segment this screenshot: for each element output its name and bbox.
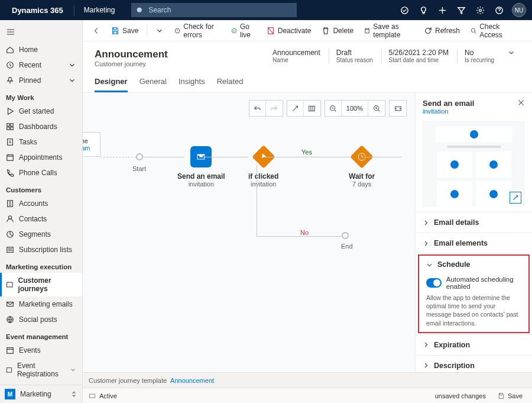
meta-recurring[interactable]: NoIs recurring xyxy=(457,49,494,63)
fit-button[interactable] xyxy=(390,101,406,116)
wait-tile[interactable]: Wait for 7 days xyxy=(349,149,375,188)
cmd-label: Delete xyxy=(333,27,353,35)
toggle-description: Allow the app to determine the optimal t… xyxy=(419,294,528,327)
redo-button[interactable] xyxy=(266,101,283,116)
map-button[interactable] xyxy=(304,101,320,116)
nav-tasks[interactable]: Tasks xyxy=(0,134,82,150)
nav-appointments[interactable]: Appointments xyxy=(0,150,82,165)
expand-preview-button[interactable] xyxy=(510,192,521,204)
undo-button[interactable] xyxy=(249,101,266,116)
check-access-button[interactable]: Check Access xyxy=(466,20,517,41)
nav-journeys[interactable]: Customer journeys xyxy=(0,273,82,296)
tab-related[interactable]: Related xyxy=(217,73,244,92)
expand-button[interactable] xyxy=(287,101,304,116)
zoom-level[interactable]: 100% xyxy=(342,101,368,116)
gear-icon[interactable] xyxy=(471,0,489,20)
nav-eventreg[interactable]: Event Registrations xyxy=(0,358,82,382)
meta-name[interactable]: AnnouncementName xyxy=(265,49,320,63)
chevron-down-icon xyxy=(70,366,76,374)
journey-canvas[interactable]: 100% of theDynam Start Send an email inv… xyxy=(83,93,415,372)
audience-node[interactable]: of theDynam xyxy=(83,132,100,157)
acc-expiration[interactable]: Expiration xyxy=(416,335,532,355)
nav-sublists[interactable]: Subscription lists xyxy=(0,242,82,257)
footer-save-label: Save xyxy=(508,392,523,399)
nav-label: Get started xyxy=(19,107,54,115)
delete-button[interactable]: Delete xyxy=(317,24,358,37)
status-active: Active xyxy=(99,392,117,399)
assistant-icon[interactable] xyxy=(395,0,414,20)
more-commands[interactable] xyxy=(518,24,527,37)
nav-recent-label: Recent xyxy=(19,61,41,69)
nav-events[interactable]: Events xyxy=(0,343,82,358)
zoom-in-button[interactable] xyxy=(368,101,385,116)
updown-icon xyxy=(70,391,77,398)
module-name[interactable]: Marketing xyxy=(79,6,120,14)
deactivate-button[interactable]: Deactivate xyxy=(262,24,316,37)
properties-panel: Send an emailinvitation Email details Em… xyxy=(415,93,532,372)
nav-pinned[interactable]: Pinned xyxy=(0,73,82,88)
chevron-down-icon xyxy=(68,61,76,69)
unsaved-indicator: unsaved changes xyxy=(435,392,486,399)
svg-point-24 xyxy=(471,28,475,32)
nav-emails[interactable]: Marketing emails xyxy=(0,296,82,312)
nav-label: Phone Calls xyxy=(19,169,57,177)
save-template-button[interactable]: Save as template xyxy=(359,20,418,41)
nav-social[interactable]: Social posts xyxy=(0,312,82,327)
save-dropdown[interactable] xyxy=(151,24,168,37)
help-icon[interactable] xyxy=(489,0,508,20)
nav-home-label: Home xyxy=(19,46,38,54)
nav-recent[interactable]: Recent xyxy=(0,57,82,73)
tab-designer[interactable]: Designer xyxy=(95,73,128,92)
plus-icon[interactable] xyxy=(433,0,452,20)
filter-icon[interactable] xyxy=(452,0,471,20)
meta-status[interactable]: DraftStatus reason xyxy=(329,49,373,63)
footer-save-button[interactable]: Save xyxy=(494,391,526,401)
refresh-button[interactable]: Refresh xyxy=(419,24,465,37)
tile-title: Send an email xyxy=(177,172,225,180)
nav-segments[interactable]: Segments xyxy=(0,227,82,242)
nav-dashboards[interactable]: Dashboards xyxy=(0,119,82,134)
nav-getstarted[interactable]: Get started xyxy=(0,104,82,119)
panel-title: Send an email xyxy=(423,99,474,108)
nav-accounts[interactable]: Accounts xyxy=(0,196,82,211)
acc-label: Email details xyxy=(434,218,479,227)
acc-schedule[interactable]: Schedule xyxy=(419,256,528,275)
nav-label: Events xyxy=(19,346,41,354)
nav-phonecalls[interactable]: Phone Calls xyxy=(0,165,82,180)
tab-general[interactable]: General xyxy=(140,73,167,92)
nav-label: Subscription lists xyxy=(19,246,72,254)
acc-email-details[interactable]: Email details xyxy=(416,212,532,233)
meta-start[interactable]: 5/26/2021 2:20 PMStart date and time xyxy=(381,49,449,63)
acc-email-elements[interactable]: Email elements xyxy=(416,233,532,253)
email-tile[interactable]: Send an email invitation xyxy=(177,146,225,188)
meta-lab: Start date and time xyxy=(389,57,449,63)
hamburger-icon[interactable] xyxy=(0,24,82,42)
toggle-label: Automated scheduling enabled xyxy=(446,276,521,290)
acc-label: Description xyxy=(434,362,475,370)
nav-contacts[interactable]: Contacts xyxy=(0,211,82,227)
global-search[interactable] xyxy=(131,3,297,17)
svg-rect-15 xyxy=(7,282,12,287)
condition-tile[interactable]: if clicked invitation xyxy=(248,149,278,188)
meta-val: Announcement xyxy=(273,49,320,57)
golive-button[interactable]: Go live xyxy=(226,20,261,41)
back-button[interactable] xyxy=(87,24,105,37)
tab-insights[interactable]: Insights xyxy=(179,73,205,92)
search-input[interactable] xyxy=(148,6,292,14)
check-errors-button[interactable]: Check for errors xyxy=(170,20,225,41)
acc-description[interactable]: Description xyxy=(416,356,532,372)
svg-rect-8 xyxy=(11,127,13,130)
panel-subtitle[interactable]: invitation xyxy=(423,108,474,115)
template-link[interactable]: Announcement xyxy=(170,377,214,384)
nav-home[interactable]: Home xyxy=(0,42,82,57)
avatar[interactable]: NU xyxy=(512,3,526,17)
lightbulb-icon[interactable] xyxy=(414,0,433,20)
end-node[interactable] xyxy=(342,232,349,239)
zoom-out-button[interactable] xyxy=(325,101,342,116)
cmd-label: Refresh xyxy=(435,27,460,35)
close-panel-button[interactable] xyxy=(517,99,525,108)
header-expand[interactable] xyxy=(502,49,520,57)
save-button[interactable]: Save xyxy=(106,24,143,37)
area-switcher[interactable]: M Marketing xyxy=(0,385,82,403)
auto-schedule-toggle[interactable] xyxy=(426,278,442,288)
